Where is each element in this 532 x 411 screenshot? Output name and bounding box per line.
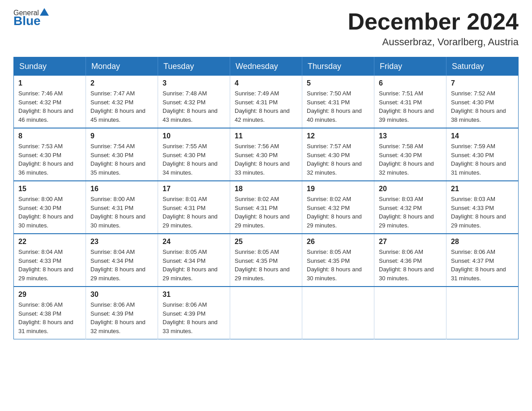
day-info: Sunrise: 8:05 AMSunset: 4:35 PMDaylight:… <box>235 248 290 282</box>
weekday-header-sunday: Sunday <box>14 57 86 76</box>
weekday-header-row: SundayMondayTuesdayWednesdayThursdayFrid… <box>14 57 519 76</box>
day-info: Sunrise: 8:06 AMSunset: 4:39 PMDaylight:… <box>163 301 218 334</box>
day-info: Sunrise: 7:53 AMSunset: 4:30 PMDaylight:… <box>18 143 73 176</box>
calendar-cell: 3 Sunrise: 7:48 AMSunset: 4:32 PMDayligh… <box>158 76 230 128</box>
day-info: Sunrise: 7:57 AMSunset: 4:30 PMDaylight:… <box>307 143 362 176</box>
day-info: Sunrise: 8:04 AMSunset: 4:33 PMDaylight:… <box>18 248 73 282</box>
calendar-cell: 2 Sunrise: 7:47 AMSunset: 4:32 PMDayligh… <box>86 76 158 128</box>
day-number: 3 <box>163 79 225 87</box>
day-info: Sunrise: 8:06 AMSunset: 4:38 PMDaylight:… <box>18 301 73 334</box>
day-number: 28 <box>451 238 514 246</box>
day-number: 14 <box>451 132 514 140</box>
day-number: 24 <box>163 238 225 246</box>
calendar-cell: 21 Sunrise: 8:03 AMSunset: 4:33 PMDaylig… <box>446 181 519 234</box>
day-info: Sunrise: 8:05 AMSunset: 4:34 PMDaylight:… <box>163 248 218 282</box>
day-number: 11 <box>235 132 297 140</box>
day-number: 8 <box>18 132 81 140</box>
day-number: 5 <box>307 79 369 87</box>
day-info: Sunrise: 7:55 AMSunset: 4:30 PMDaylight:… <box>163 143 218 176</box>
calendar-cell: 16 Sunrise: 8:00 AMSunset: 4:31 PMDaylig… <box>86 181 158 234</box>
day-number: 10 <box>163 132 225 140</box>
weekday-header-wednesday: Wednesday <box>230 57 302 76</box>
day-info: Sunrise: 7:59 AMSunset: 4:30 PMDaylight:… <box>451 143 506 176</box>
day-number: 30 <box>90 291 153 299</box>
day-number: 25 <box>235 238 297 246</box>
day-info: Sunrise: 7:50 AMSunset: 4:31 PMDaylight:… <box>307 90 362 123</box>
day-info: Sunrise: 8:03 AMSunset: 4:33 PMDaylight:… <box>451 196 506 229</box>
calendar-cell: 28 Sunrise: 8:06 AMSunset: 4:37 PMDaylig… <box>446 234 519 287</box>
day-number: 7 <box>451 79 514 87</box>
day-number: 16 <box>90 185 153 193</box>
calendar-cell: 20 Sunrise: 8:03 AMSunset: 4:32 PMDaylig… <box>374 181 446 234</box>
day-info: Sunrise: 8:06 AMSunset: 4:37 PMDaylight:… <box>451 248 506 282</box>
logo-triangle-icon <box>40 8 49 16</box>
calendar-cell <box>446 287 519 339</box>
day-number: 20 <box>379 185 442 193</box>
day-info: Sunrise: 8:01 AMSunset: 4:31 PMDaylight:… <box>163 196 218 229</box>
weekday-header-thursday: Thursday <box>302 57 374 76</box>
calendar-cell: 10 Sunrise: 7:55 AMSunset: 4:30 PMDaylig… <box>158 128 230 181</box>
calendar-cell: 22 Sunrise: 8:04 AMSunset: 4:33 PMDaylig… <box>14 234 86 287</box>
logo-blue-text: Blue <box>13 15 50 27</box>
calendar-week-row: 1 Sunrise: 7:46 AMSunset: 4:32 PMDayligh… <box>14 76 519 128</box>
calendar-cell: 8 Sunrise: 7:53 AMSunset: 4:30 PMDayligh… <box>14 128 86 181</box>
day-info: Sunrise: 8:04 AMSunset: 4:34 PMDaylight:… <box>90 248 146 282</box>
calendar-cell <box>302 287 374 339</box>
calendar-week-row: 8 Sunrise: 7:53 AMSunset: 4:30 PMDayligh… <box>14 128 519 181</box>
day-info: Sunrise: 8:05 AMSunset: 4:35 PMDaylight:… <box>307 248 362 282</box>
calendar-cell: 11 Sunrise: 7:56 AMSunset: 4:30 PMDaylig… <box>230 128 302 181</box>
day-number: 31 <box>163 291 225 299</box>
day-info: Sunrise: 7:52 AMSunset: 4:30 PMDaylight:… <box>451 90 506 123</box>
calendar-week-row: 15 Sunrise: 8:00 AMSunset: 4:30 PMDaylig… <box>14 181 519 234</box>
day-info: Sunrise: 7:58 AMSunset: 4:30 PMDaylight:… <box>379 143 434 176</box>
day-info: Sunrise: 7:54 AMSunset: 4:30 PMDaylight:… <box>90 143 146 176</box>
day-number: 4 <box>235 79 297 87</box>
weekday-header-tuesday: Tuesday <box>158 57 230 76</box>
logo-area: General Blue <box>13 9 50 27</box>
calendar-cell: 5 Sunrise: 7:50 AMSunset: 4:31 PMDayligh… <box>302 76 374 128</box>
day-info: Sunrise: 7:48 AMSunset: 4:32 PMDaylight:… <box>163 90 218 123</box>
weekday-header-saturday: Saturday <box>446 57 519 76</box>
calendar-table: SundayMondayTuesdayWednesdayThursdayFrid… <box>13 57 519 339</box>
month-title: December 2024 <box>348 9 519 34</box>
day-info: Sunrise: 8:00 AMSunset: 4:31 PMDaylight:… <box>90 196 146 229</box>
day-info: Sunrise: 8:02 AMSunset: 4:32 PMDaylight:… <box>307 196 362 229</box>
calendar-cell <box>230 287 302 339</box>
day-number: 15 <box>18 185 81 193</box>
day-info: Sunrise: 8:06 AMSunset: 4:36 PMDaylight:… <box>379 248 434 282</box>
calendar-cell: 7 Sunrise: 7:52 AMSunset: 4:30 PMDayligh… <box>446 76 519 128</box>
weekday-header-friday: Friday <box>374 57 446 76</box>
day-number: 1 <box>18 79 81 87</box>
calendar-week-row: 29 Sunrise: 8:06 AMSunset: 4:38 PMDaylig… <box>14 287 519 339</box>
calendar-cell: 25 Sunrise: 8:05 AMSunset: 4:35 PMDaylig… <box>230 234 302 287</box>
day-info: Sunrise: 7:56 AMSunset: 4:30 PMDaylight:… <box>235 143 290 176</box>
calendar-cell: 1 Sunrise: 7:46 AMSunset: 4:32 PMDayligh… <box>14 76 86 128</box>
day-number: 27 <box>379 238 442 246</box>
calendar-cell: 13 Sunrise: 7:58 AMSunset: 4:30 PMDaylig… <box>374 128 446 181</box>
day-info: Sunrise: 8:06 AMSunset: 4:39 PMDaylight:… <box>90 301 146 334</box>
calendar-cell: 18 Sunrise: 8:02 AMSunset: 4:31 PMDaylig… <box>230 181 302 234</box>
day-info: Sunrise: 7:46 AMSunset: 4:32 PMDaylight:… <box>18 90 73 123</box>
day-number: 29 <box>18 291 81 299</box>
day-info: Sunrise: 7:49 AMSunset: 4:31 PMDaylight:… <box>235 90 290 123</box>
day-info: Sunrise: 8:02 AMSunset: 4:31 PMDaylight:… <box>235 196 290 229</box>
page-header: General Blue December 2024 Ausserbraz, V… <box>13 9 519 48</box>
day-number: 2 <box>90 79 153 87</box>
calendar-cell: 31 Sunrise: 8:06 AMSunset: 4:39 PMDaylig… <box>158 287 230 339</box>
calendar-cell <box>374 287 446 339</box>
calendar-cell: 24 Sunrise: 8:05 AMSunset: 4:34 PMDaylig… <box>158 234 230 287</box>
calendar-cell: 26 Sunrise: 8:05 AMSunset: 4:35 PMDaylig… <box>302 234 374 287</box>
calendar-cell: 29 Sunrise: 8:06 AMSunset: 4:38 PMDaylig… <box>14 287 86 339</box>
calendar-cell: 12 Sunrise: 7:57 AMSunset: 4:30 PMDaylig… <box>302 128 374 181</box>
day-number: 13 <box>379 132 442 140</box>
day-number: 12 <box>307 132 369 140</box>
calendar-cell: 14 Sunrise: 7:59 AMSunset: 4:30 PMDaylig… <box>446 128 519 181</box>
day-number: 19 <box>307 185 369 193</box>
calendar-cell: 23 Sunrise: 8:04 AMSunset: 4:34 PMDaylig… <box>86 234 158 287</box>
day-info: Sunrise: 8:00 AMSunset: 4:30 PMDaylight:… <box>18 196 73 229</box>
title-area: December 2024 Ausserbraz, Vorarlberg, Au… <box>348 9 519 48</box>
day-number: 9 <box>90 132 153 140</box>
day-info: Sunrise: 7:47 AMSunset: 4:32 PMDaylight:… <box>90 90 146 123</box>
day-info: Sunrise: 7:51 AMSunset: 4:31 PMDaylight:… <box>379 90 434 123</box>
day-number: 26 <box>307 238 369 246</box>
